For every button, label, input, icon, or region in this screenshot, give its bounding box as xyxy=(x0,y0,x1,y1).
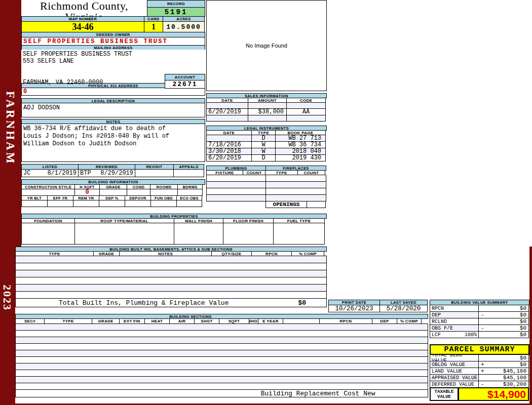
bi-rpcn-label: RPCN xyxy=(251,251,292,256)
yrblt-value xyxy=(21,200,48,207)
record-value: 5191 xyxy=(147,7,205,17)
reviewed-date: 8/29/2019 xyxy=(100,170,133,177)
inst-type: D xyxy=(251,135,276,142)
parcel-op: - xyxy=(481,381,484,387)
fixture-cell xyxy=(206,181,266,188)
bs-rpcn-label: RPCN xyxy=(319,318,372,324)
sales-information: SALES INFORMATION DATE AMOUNT CODE 6/20/… xyxy=(206,93,327,122)
building-sections: BUILDING SECTIONS SEC# TYPE GRADE EXT FI… xyxy=(15,314,428,397)
built-ins-total-value: $0 xyxy=(298,299,306,307)
county-header: Richmond County, Virginia Commissioner o… xyxy=(21,0,147,17)
inst-book: 2019 430 xyxy=(275,154,326,161)
notes-line-1: WB 36-734 R/E affidavit due to death of xyxy=(23,125,205,133)
bvs-label: LCF xyxy=(432,332,441,338)
parcel-row: LAND VALUE + $45,100 xyxy=(430,368,529,375)
bs-type-label: TYPE xyxy=(44,318,92,324)
bs-extfin-label: EXT FIN xyxy=(119,318,145,324)
parcel-row: APPRAISED VALUE $45,100 xyxy=(430,374,529,381)
built-ins-empty-row xyxy=(15,270,327,277)
bdrms-value xyxy=(177,189,203,196)
foundation-value xyxy=(21,223,75,245)
rooms-value xyxy=(150,189,178,196)
bvs-row: OBS F/E - $0 xyxy=(430,325,529,332)
bvs-value: $0 xyxy=(520,332,526,338)
physical-911-value: 0 xyxy=(21,88,205,96)
notes-line-3: William Dodson to Judith Dodson xyxy=(23,140,205,148)
hsqft-value: 0 xyxy=(74,189,100,196)
bs-shgt-label: SHGT xyxy=(194,318,219,324)
county-header-row: Richmond County, Virginia Commissioner o… xyxy=(21,0,205,17)
built-ins-header-row: TYPE GRADE NOTES QTY/SIZE RPCN % COMP xyxy=(15,251,327,256)
building-sections-empty-row xyxy=(15,330,428,337)
district-vertical-label: FARNHAM xyxy=(4,91,17,165)
bvs-label: OBS F/E xyxy=(432,326,453,331)
tax-year-vertical-label: 2023 xyxy=(1,285,14,311)
building-info-value-row-2 xyxy=(21,200,205,207)
bvs-row: DEP - $0 xyxy=(430,311,529,318)
sales-code: AA xyxy=(286,108,326,115)
parcel-op: + xyxy=(481,368,484,374)
listed-date: 8/1/2019 xyxy=(47,170,77,177)
building-sections-header-row: SEC# TYPE GRADE EXT FIN HEAT AIR SHGT SQ… xyxy=(15,318,428,324)
instrument-row: 6/20/2019 D 2019 430 xyxy=(206,154,327,161)
inst-book: WB 36 734 xyxy=(275,141,326,148)
acres-value: 10.5000 xyxy=(163,21,205,32)
parcel-label: OBLDG VALUE xyxy=(430,361,479,368)
account-box: ACCOUNT 22671 xyxy=(165,74,205,89)
openings-label: OPENINGS xyxy=(265,201,307,208)
parcel-value: $45,100 xyxy=(503,375,526,381)
parcel-label: TOTAL BLDG VALUE xyxy=(430,354,479,361)
building-sections-empty-row xyxy=(15,356,428,363)
print-saved-values: 10/26/2023 5/28/2020 xyxy=(328,305,428,312)
inst-type: D xyxy=(251,154,276,161)
bi-type-label: TYPE xyxy=(15,251,94,256)
bvs-label: RPCN xyxy=(432,306,444,311)
built-ins-empty-row xyxy=(15,284,327,292)
built-ins-empty-row xyxy=(15,277,327,285)
effyr-value xyxy=(47,200,73,207)
fireplace-cell xyxy=(265,175,326,182)
listed-by: JC xyxy=(23,170,30,177)
built-ins-section: BUILDING BUILT INS, BASEMENTS, ATTICS & … xyxy=(15,247,327,307)
building-properties-value-row xyxy=(21,223,327,245)
bvs-value: $0 xyxy=(520,305,526,311)
legal-description-value: ADJ DODSON xyxy=(21,103,205,117)
deeded-owner-value: SELF PROPERTIES BUSINESS TRUST xyxy=(21,37,205,46)
parcel-op: + xyxy=(481,361,484,368)
inst-date: 3/30/2018 xyxy=(206,148,252,155)
bvs-label-cell: DEP xyxy=(430,311,479,318)
parcel-value-cell: $0 xyxy=(478,354,529,361)
inst-date xyxy=(206,135,252,142)
parcel-value: $0 xyxy=(520,361,526,368)
sales-amount: $38,000 xyxy=(248,108,287,115)
bvs-value: $0 xyxy=(520,312,526,318)
parcel-label: APPRAISED VALUE xyxy=(430,374,479,381)
parcel-row: DEFERRED VALUE - $30,200 xyxy=(430,381,529,388)
bvs-value: $0 xyxy=(520,325,526,331)
parcel-summary-label: PARCEL SUMMARY xyxy=(430,344,529,355)
taxable-row: TAXABLE VALUE $14,900 xyxy=(430,387,529,401)
bi-qty-label: QTY/SIZE xyxy=(211,251,252,256)
building-sections-empty-row xyxy=(15,337,428,344)
bvs-op: - xyxy=(481,312,484,318)
revisit-value xyxy=(135,169,174,177)
instrument-row: 3/30/2018 W 2018 040 xyxy=(206,148,327,155)
property-record-card: FARNHAM 2023 Richmond County, Virginia C… xyxy=(0,0,532,405)
building-sections-empty-row xyxy=(15,370,428,377)
cond-value xyxy=(127,189,150,196)
bvs-row: RPCN $0 xyxy=(430,305,529,312)
bvs-label-cell: OBS F/E xyxy=(430,325,479,332)
building-properties: BUILDING PROPERTIES FOUNDATION ROOF TYPE… xyxy=(21,214,327,245)
sales-amount xyxy=(248,115,287,122)
bvs-value-cell: $0 xyxy=(478,305,529,312)
bvs-value-cell: $0 xyxy=(478,331,529,338)
bi-grade-label: GRADE xyxy=(93,251,120,256)
inst-type: W xyxy=(251,141,276,148)
inst-date: 6/20/2019 xyxy=(206,154,252,161)
review-value-row: JC 8/1/2019 BTP 8/29/2019 xyxy=(21,169,205,177)
built-ins-empty-row xyxy=(15,256,327,263)
reviewed-value: BTP 8/29/2019 xyxy=(78,169,135,177)
openings-value xyxy=(307,201,326,208)
listed-value: JC 8/1/2019 xyxy=(21,169,79,177)
bvs-value: $0 xyxy=(520,318,526,325)
